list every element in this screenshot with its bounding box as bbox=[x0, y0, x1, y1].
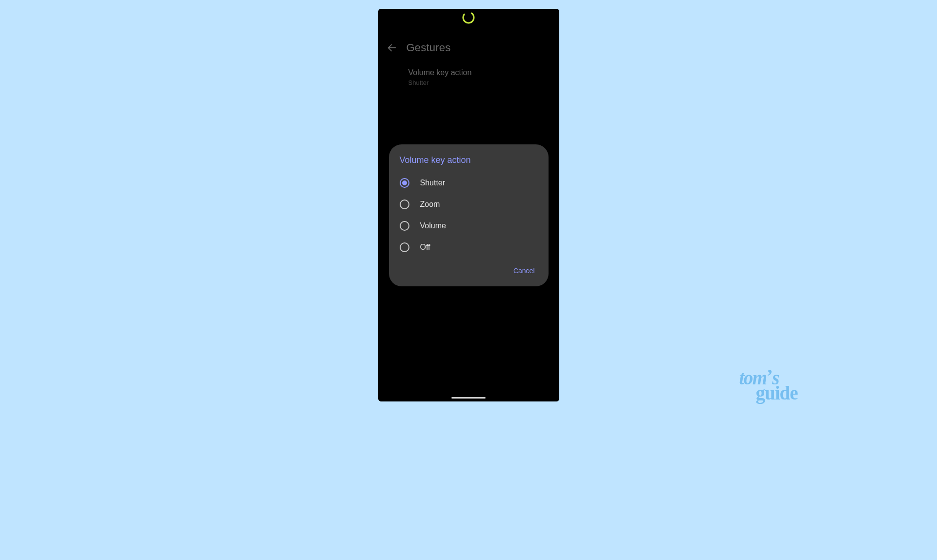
page-header: Gestures bbox=[378, 34, 559, 61]
stage: Gestures Volume key action Shutter Volum… bbox=[126, 0, 812, 410]
option-label: Zoom bbox=[420, 200, 440, 209]
dialog-volume-key-action: Volume key action Shutter Zoom Volume Of… bbox=[389, 144, 549, 286]
setting-subtitle: Shutter bbox=[408, 79, 550, 86]
cancel-button[interactable]: Cancel bbox=[510, 263, 538, 279]
radio-icon bbox=[400, 221, 409, 231]
option-shutter[interactable]: Shutter bbox=[400, 172, 538, 194]
setting-title: Volume key action bbox=[408, 67, 550, 78]
radio-icon bbox=[400, 200, 409, 209]
loading-spinner-icon bbox=[462, 11, 475, 24]
back-arrow-icon[interactable] bbox=[386, 42, 398, 54]
watermark-line1a: tom bbox=[739, 367, 766, 388]
option-off[interactable]: Off bbox=[400, 237, 538, 258]
phone-screen: Gestures Volume key action Shutter Volum… bbox=[378, 9, 559, 401]
home-indicator[interactable] bbox=[451, 397, 486, 399]
watermark-logo: tom’s guide bbox=[739, 370, 797, 401]
option-volume[interactable]: Volume bbox=[400, 215, 538, 237]
option-label: Volume bbox=[420, 221, 446, 230]
radio-icon bbox=[400, 242, 409, 252]
radio-icon bbox=[400, 178, 409, 188]
dialog-options: Shutter Zoom Volume Off bbox=[400, 172, 538, 258]
page-title: Gestures bbox=[407, 41, 451, 54]
watermark-line2: guide bbox=[755, 385, 797, 401]
dialog-title: Volume key action bbox=[400, 155, 538, 165]
option-zoom[interactable]: Zoom bbox=[400, 194, 538, 215]
option-label: Off bbox=[420, 243, 430, 252]
setting-volume-key-action[interactable]: Volume key action Shutter bbox=[378, 65, 559, 88]
svg-point-1 bbox=[462, 11, 475, 24]
dialog-actions: Cancel bbox=[400, 263, 538, 279]
watermark-line1b: s bbox=[772, 367, 779, 388]
option-label: Shutter bbox=[420, 179, 446, 187]
